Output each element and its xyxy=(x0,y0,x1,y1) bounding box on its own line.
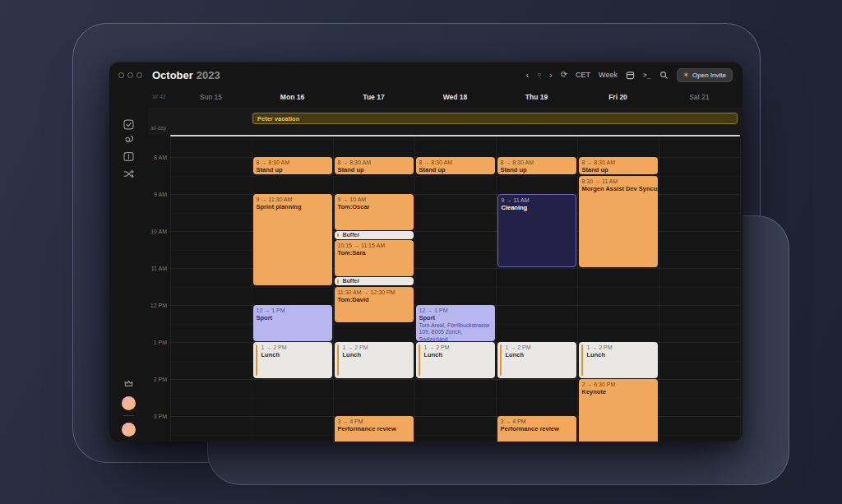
event-time: 8 → 8:30 AM xyxy=(257,159,329,166)
window-controls[interactable] xyxy=(118,72,142,78)
calendar-event[interactable]: 9 → 11 AMCleaning xyxy=(497,194,576,267)
event-title: Keynote xyxy=(582,388,655,396)
calendar-event[interactable]: 8 → 8:30 AMStand up xyxy=(579,157,658,174)
calendar-event[interactable]: 10:15 → 11:15 AMTom:Sara xyxy=(335,240,414,276)
event-time: 1 → 2 PM xyxy=(343,344,410,351)
gridline-column xyxy=(740,137,741,442)
integrations-icon[interactable] xyxy=(123,133,134,144)
event-time: 12 → 1 PM xyxy=(419,307,492,314)
time-label: 2 PM xyxy=(148,377,167,382)
event-title: Lunch xyxy=(506,351,573,359)
event-title: Buffer xyxy=(343,231,360,239)
event-time: 10:15 → 11:15 AM xyxy=(338,242,410,249)
open-invite-icon: ✶ xyxy=(683,72,690,79)
window-minimize-icon[interactable] xyxy=(127,72,133,78)
event-title: Stand up xyxy=(582,166,655,174)
titlebar: October2023 ‹ ○ › ⟳ CET Week >_ ✶ Open I… xyxy=(109,62,743,87)
event-title: Sport xyxy=(257,314,329,322)
avatar[interactable] xyxy=(122,423,136,437)
calendar-event[interactable]: 1 → 2 PMLunch xyxy=(416,342,495,378)
title-month: October xyxy=(152,69,193,81)
day-header-mon[interactable]: Mon 16 xyxy=(252,93,333,101)
calendar-event[interactable]: 1 → 2 PMLunch xyxy=(579,342,658,378)
window-close-icon[interactable] xyxy=(118,72,124,78)
time-label: 12 PM xyxy=(148,303,167,308)
time-label: 1 PM xyxy=(148,340,167,345)
gridline-column xyxy=(252,137,252,442)
tasks-icon[interactable] xyxy=(123,118,134,129)
today-button[interactable]: ○ xyxy=(537,72,541,78)
calendar-event[interactable]: 1 → 2 PMLunch xyxy=(497,342,576,378)
sync-icon[interactable]: ⟳ xyxy=(561,71,567,79)
event-time: 8 → 8:30 AM xyxy=(582,159,655,166)
day-header-fri[interactable]: Fri 20 xyxy=(577,93,659,101)
calendar-event[interactable]: Buffer xyxy=(335,231,414,239)
event-title: Lunch xyxy=(587,351,655,359)
event-title: Sport xyxy=(419,314,492,322)
event-title: Cleaning xyxy=(502,204,572,212)
event-title: Lunch xyxy=(343,351,410,359)
calendar-event[interactable]: 8 → 8:30 AMStand up xyxy=(497,157,576,174)
event-title: Stand up xyxy=(419,166,492,174)
event-time: 9 → 11 AM xyxy=(502,197,572,204)
schedule-icon[interactable] xyxy=(626,71,635,80)
event-time: 1 → 2 PM xyxy=(587,344,655,351)
time-label: 3 PM xyxy=(148,414,167,419)
calendar-event[interactable]: 8 → 8:30 AMStand up xyxy=(253,157,332,174)
week-grid[interactable]: 8 AM9 AM10 AM11 AM12 PM1 PM2 PM3 PM8 → 8… xyxy=(148,137,743,442)
gridline-column xyxy=(659,137,659,442)
avatar[interactable] xyxy=(122,396,136,410)
all-day-divider xyxy=(170,135,740,136)
calendar-event[interactable]: 9 → 11:30 AMSprint planning xyxy=(253,194,332,285)
timezone-selector[interactable]: CET xyxy=(576,71,590,79)
calendar-event[interactable]: 12 → 1 PMSport xyxy=(253,305,332,341)
calendar-event[interactable]: 8 → 8:30 AMStand up xyxy=(335,157,414,174)
all-day-row: all-day Peter vacation xyxy=(148,108,743,135)
calendar-event[interactable]: 12 → 1 PMSportToni-Areal, Förrlibuckstra… xyxy=(416,305,495,341)
command-bar-icon[interactable]: >_ xyxy=(643,72,651,79)
event-time: 8 → 8:30 AM xyxy=(501,159,573,166)
time-label: 9 AM xyxy=(148,192,167,197)
event-title: Tom:Oscar xyxy=(338,203,410,211)
event-title: Morgen Assist Dev Syncup xyxy=(582,185,655,193)
next-week-button[interactable]: › xyxy=(549,71,553,80)
calendar-event[interactable]: 3 → 4 PMPerformance review xyxy=(497,416,576,442)
toolbar: ‹ ○ › ⟳ CET Week >_ ✶ Open Invite xyxy=(525,62,733,87)
day-header-sun[interactable]: Sun 15 xyxy=(170,93,252,101)
event-time: 11:30 AM → 12:30 PM xyxy=(338,289,410,296)
event-title: Tom:David xyxy=(338,296,410,304)
all-day-event[interactable]: Peter vacation xyxy=(252,113,738,124)
calendar-event[interactable]: 1 → 2 PMLunch xyxy=(335,342,414,378)
view-selector[interactable]: Week xyxy=(599,71,618,79)
calendar-event[interactable]: 2 → 6:30 PMKeynote xyxy=(579,379,658,442)
event-time: 1 → 2 PM xyxy=(424,344,492,351)
panels-icon[interactable] xyxy=(123,150,134,161)
event-title: Lunch xyxy=(261,351,329,359)
prev-week-button[interactable]: ‹ xyxy=(525,71,529,80)
calendar-event[interactable]: 3 → 4 PMPerformance review xyxy=(335,416,414,442)
page-title: October2023 xyxy=(152,69,220,81)
calendar-event[interactable]: Buffer xyxy=(335,277,414,285)
calendar-event[interactable]: 8 → 8:30 AMStand up xyxy=(416,157,495,174)
event-title: Lunch xyxy=(424,351,492,359)
day-header-wed[interactable]: Wed 18 xyxy=(414,93,496,101)
search-icon[interactable] xyxy=(659,71,669,80)
day-header-tue[interactable]: Tue 17 xyxy=(333,93,414,101)
calendar-event[interactable]: 9 → 10 AMTom:Oscar xyxy=(335,194,414,230)
day-header-sat[interactable]: Sat 21 xyxy=(659,93,740,101)
window-zoom-icon[interactable] xyxy=(136,72,142,78)
event-time: 1 → 2 PM xyxy=(261,344,329,351)
event-time: 9 → 10 AM xyxy=(338,196,410,203)
open-invite-label: Open Invite xyxy=(692,72,726,79)
shuffle-icon[interactable] xyxy=(123,168,134,178)
day-header-thu[interactable]: Thu 19 xyxy=(496,93,577,101)
event-title: Sprint planning xyxy=(257,203,329,211)
open-invite-button[interactable]: ✶ Open Invite xyxy=(677,68,733,82)
gridline-column xyxy=(170,137,171,442)
calendar-event[interactable]: 1 → 2 PMLunch xyxy=(253,342,332,378)
event-time: 8:30 → 11 AM xyxy=(582,178,655,185)
assistant-icon[interactable] xyxy=(123,377,134,387)
gridline-column xyxy=(333,137,334,442)
calendar-event[interactable]: 8:30 → 11 AMMorgen Assist Dev Syncup xyxy=(579,176,658,267)
calendar-event[interactable]: 11:30 AM → 12:30 PMTom:David xyxy=(335,287,414,323)
